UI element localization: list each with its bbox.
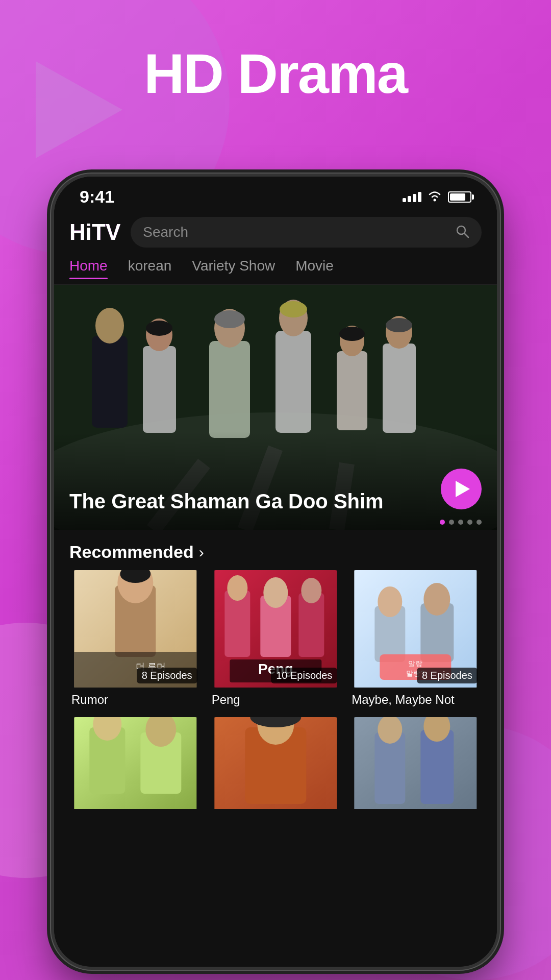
hero-title-container: The Great Shaman Ga Doo Shim xyxy=(69,488,446,514)
signal-bar-3 xyxy=(413,194,416,202)
card-title-maybe: Maybe, Maybe Not xyxy=(349,688,482,709)
recommended-arrow[interactable]: › xyxy=(199,544,204,561)
app-header: HiTV Search xyxy=(54,212,497,253)
search-placeholder: Search xyxy=(143,224,448,240)
hero-section: The Great Shaman Ga Doo Shim xyxy=(54,285,497,530)
search-bar[interactable]: Search xyxy=(131,217,482,248)
logo-hi: Hi xyxy=(69,219,92,244)
tab-home[interactable]: Home xyxy=(69,258,108,279)
dot-2 xyxy=(449,520,454,525)
phone-screen: 9:41 xyxy=(54,177,497,967)
recommended-cards-row: 더 루머 8 Episodes Rumor xyxy=(54,570,497,709)
card-peng[interactable]: Peng 10 Episodes Peng xyxy=(210,570,342,709)
dot-3 xyxy=(458,520,463,525)
search-icon xyxy=(455,224,469,240)
content-area: Recommended › xyxy=(54,530,497,843)
hero-title-text: The Great Shaman Ga Doo Shim xyxy=(69,488,446,514)
svg-line-2 xyxy=(464,233,468,237)
phone-frame: 9:41 xyxy=(51,174,500,970)
card-row2-1[interactable] xyxy=(69,717,202,835)
battery-icon xyxy=(448,191,471,203)
card-episodes-peng: 10 Episodes xyxy=(271,668,337,683)
hero-dots-indicator xyxy=(440,520,482,525)
svg-point-0 xyxy=(434,199,436,201)
svg-rect-59 xyxy=(355,717,477,809)
dot-4 xyxy=(467,520,472,525)
card-image-row2-2 xyxy=(210,717,342,835)
svg-point-39 xyxy=(301,578,321,603)
card-episodes-rumor: 8 Episodes xyxy=(137,668,197,683)
card-image-maybe: 알랑 말랑? 8 Episodes xyxy=(349,570,482,688)
dot-5 xyxy=(477,520,482,525)
recommended-title: Recommended xyxy=(69,542,194,562)
battery-fill xyxy=(450,193,465,201)
card-title-peng: Peng xyxy=(210,688,342,709)
card-row2-2[interactable] xyxy=(210,717,342,835)
card-episodes-maybe: 8 Episodes xyxy=(417,668,478,683)
signal-bar-4 xyxy=(418,192,421,202)
hero-play-button[interactable] xyxy=(441,469,482,509)
play-triangle-icon xyxy=(456,481,470,497)
card-image-rumor: 더 루머 8 Episodes xyxy=(69,570,202,688)
status-icons xyxy=(403,189,471,205)
svg-point-35 xyxy=(227,575,247,601)
signal-bar-1 xyxy=(403,198,406,202)
card-title-rumor: Rumor xyxy=(69,688,202,709)
dot-1 xyxy=(440,520,445,525)
card-row2-3[interactable] xyxy=(349,717,482,835)
signal-bar-2 xyxy=(408,196,411,202)
card-image-peng: Peng 10 Episodes xyxy=(210,570,342,688)
wifi-icon xyxy=(428,189,442,205)
second-cards-row xyxy=(54,709,497,843)
nav-tabs: Home korean Variety Show Movie xyxy=(54,253,497,285)
card-image-row2-3 xyxy=(349,717,482,835)
app-logo: HiTV xyxy=(69,219,120,245)
svg-point-44 xyxy=(378,586,403,617)
tab-korean[interactable]: korean xyxy=(128,258,172,279)
status-bar: 9:41 xyxy=(54,177,497,212)
svg-text:알랑: 알랑 xyxy=(409,659,423,668)
svg-point-37 xyxy=(263,577,288,608)
card-image-row2-1 xyxy=(69,717,202,835)
card-rumor[interactable]: 더 루머 8 Episodes Rumor xyxy=(69,570,202,709)
logo-tv: TV xyxy=(92,219,120,244)
signal-bars-icon xyxy=(403,192,421,202)
tab-movie[interactable]: Movie xyxy=(295,258,334,279)
svg-point-46 xyxy=(424,583,450,616)
tab-variety-show[interactable]: Variety Show xyxy=(192,258,275,279)
recommended-section-header: Recommended › xyxy=(54,530,497,570)
card-maybe[interactable]: 알랑 말랑? 8 Episodes Maybe, Maybe Not xyxy=(349,570,482,709)
main-title: HD Drama xyxy=(0,41,551,106)
status-time: 9:41 xyxy=(80,187,114,207)
